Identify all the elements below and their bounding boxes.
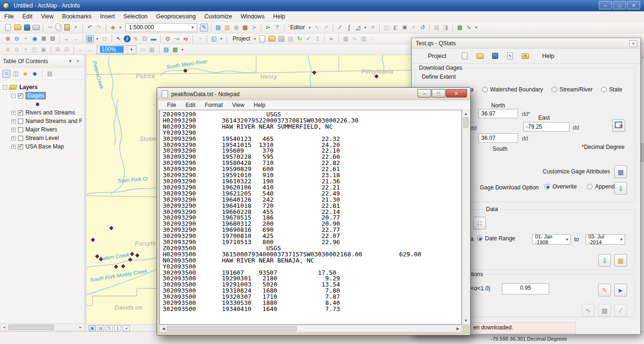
measure-icon[interactable]: ▬ xyxy=(150,35,158,43)
run-analysis-button[interactable]: ► xyxy=(614,284,627,296)
layer-label[interactable]: Named Streams and F xyxy=(25,118,83,124)
scroll-down-icon[interactable]: ▼ xyxy=(462,319,469,323)
project-refresh-icon[interactable]: ↻ xyxy=(295,35,303,43)
rotate-icon[interactable]: ↺ xyxy=(418,24,427,32)
notepad-maximize-button[interactable]: □ xyxy=(432,89,445,98)
qstats-close-icon[interactable]: × xyxy=(629,40,637,47)
split-icon[interactable]: × xyxy=(410,24,418,32)
project-new-icon[interactable] xyxy=(259,35,265,42)
project-menu[interactable]: Project xyxy=(233,35,250,42)
cut-polygons-icon[interactable]: ⊕ xyxy=(401,24,409,32)
tree-expander[interactable]: + xyxy=(11,136,16,140)
notepad-close-button[interactable]: ✕ xyxy=(446,89,467,98)
draw-extent-button[interactable]: + xyxy=(612,119,625,132)
menu-file[interactable]: File xyxy=(0,13,18,20)
toc-item-usa-base-map[interactable]: + USA Base Map xyxy=(0,142,84,151)
model-builder-icon[interactable]: ⊳ xyxy=(264,24,272,32)
tree-expander[interactable]: + xyxy=(11,111,16,115)
qstats-title-bar[interactable]: Test.qs - QStats xyxy=(412,38,640,49)
toc-item-major-rivers[interactable]: + Major Rivers xyxy=(0,125,84,134)
maximize-button[interactable]: □ xyxy=(613,1,626,9)
notepad-menu-edit[interactable]: Edit xyxy=(181,102,200,108)
edit-vertices-icon[interactable]: ◱ xyxy=(383,24,391,32)
go-to-xy-icon[interactable]: xy xyxy=(182,35,190,43)
select-elements-icon[interactable]: ↖ xyxy=(115,35,123,43)
menu-geoprocessing[interactable]: Geoprocessing xyxy=(152,13,200,20)
qstats-open-project-icon[interactable] xyxy=(477,53,484,59)
tree-expander[interactable]: - xyxy=(11,94,16,98)
search-window-icon[interactable]: ◎ xyxy=(232,24,240,32)
toc-item-stream-level[interactable]: + Stream Level xyxy=(0,134,84,142)
identify-icon[interactable]: i xyxy=(124,35,131,42)
layer-label[interactable]: Stream Level xyxy=(25,135,59,141)
list-by-selection-icon[interactable]: ◆ xyxy=(31,70,39,78)
add-data-icon[interactable]: ◆ xyxy=(109,24,117,32)
arctoolbox-icon[interactable]: ▦ xyxy=(241,24,249,32)
notepad-menu-format[interactable]: Format xyxy=(200,102,227,108)
cut-icon[interactable]: ✂ xyxy=(46,24,54,32)
menu-selection[interactable]: Selection xyxy=(119,13,151,20)
plot-data-button[interactable]: ▦ xyxy=(614,254,627,267)
back-extent-icon[interactable]: ← xyxy=(63,35,71,43)
attributes-icon[interactable]: ▤ xyxy=(433,24,441,32)
layer-label[interactable]: Layers xyxy=(19,84,38,90)
frequency-curve-button[interactable]: ∿ xyxy=(582,304,594,317)
qstats-save-project-icon[interactable] xyxy=(492,53,498,59)
menu-customize[interactable]: Customize xyxy=(200,13,236,20)
map-vertical-scrollbar[interactable]: ▴ xyxy=(640,55,644,331)
sketch-properties-icon[interactable]: ◨ xyxy=(442,24,450,32)
project-table-icon[interactable]: ▦ xyxy=(342,35,350,43)
tree-expander[interactable]: + xyxy=(11,128,16,132)
output-plot-button[interactable]: ∕ xyxy=(614,304,627,317)
project-open-icon[interactable] xyxy=(268,36,276,41)
project-run-icon[interactable]: ► xyxy=(327,35,335,43)
toggle-draft-mode-icon[interactable]: ▭ xyxy=(139,46,147,54)
radio-circle-icon[interactable] xyxy=(601,87,607,92)
toc-pin-icon[interactable]: ▾ xyxy=(67,57,74,65)
layer-checkbox[interactable] xyxy=(18,144,23,149)
report-button[interactable]: ✎ xyxy=(598,284,611,296)
tools-overflow-icon[interactable]: ▾ xyxy=(219,35,224,43)
radio-append[interactable]: Append xyxy=(587,183,614,190)
editor-dropdown-icon[interactable]: ▾ xyxy=(307,24,312,32)
menu-view[interactable]: View xyxy=(37,13,58,20)
editor-topology-pointer-icon[interactable]: ↗ xyxy=(322,24,330,32)
zoom-100-icon[interactable]: ▣ xyxy=(40,46,48,54)
gage-download-option-button[interactable]: ⇩ xyxy=(614,182,627,195)
layout-view-icon[interactable]: ▤ xyxy=(97,325,104,331)
notepad-menu-help[interactable]: Help xyxy=(249,102,270,108)
viewer-window-icon[interactable]: ◱ xyxy=(210,35,218,43)
arcgis-online-icon[interactable]: ∿ xyxy=(465,24,473,32)
hyperlink-icon[interactable]: ↯ xyxy=(132,35,140,43)
back-page-icon[interactable]: ← xyxy=(77,46,85,54)
layer-checkbox[interactable] xyxy=(18,127,23,132)
refresh-view-icon[interactable]: ↻ xyxy=(106,325,113,331)
list-by-drawing-order-icon[interactable]: ≡ xyxy=(2,70,10,78)
pan-icon[interactable]: + xyxy=(22,35,30,43)
time-slider-icon[interactable]: ◔ xyxy=(196,35,204,43)
list-by-visibility-icon[interactable]: ◈ xyxy=(21,70,29,78)
point-tool-icon[interactable]: ✳ xyxy=(368,24,376,32)
close-button[interactable]: × xyxy=(627,1,640,9)
python-window-icon[interactable]: ≻ xyxy=(250,24,258,32)
copy-icon[interactable] xyxy=(56,24,60,30)
layer-label[interactable]: Rivers and Streams xyxy=(25,109,75,116)
download-data-button[interactable]: ⇩ xyxy=(598,254,611,267)
alpha-input[interactable]: 0.95 xyxy=(502,283,549,295)
delete-icon[interactable]: × xyxy=(72,24,80,32)
layer-checkbox[interactable] xyxy=(18,136,23,141)
basemap-icon[interactable]: ▩ xyxy=(456,24,464,32)
notepad-menu-file[interactable]: File xyxy=(162,102,181,108)
forward-page-icon[interactable]: → xyxy=(86,46,94,54)
whats-this-icon[interactable]: ? xyxy=(273,24,281,32)
tree-expander[interactable]: + xyxy=(11,119,16,123)
layer-label[interactable]: Major Rivers xyxy=(25,126,57,133)
scroll-up-icon[interactable]: ▲ xyxy=(462,110,469,116)
straight-segment-icon[interactable]: ∕ xyxy=(336,24,344,32)
customize-gage-attributes-button[interactable]: ▦ xyxy=(614,165,627,178)
full-extent-icon[interactable]: ◉ xyxy=(31,35,39,43)
scroll-thumb[interactable] xyxy=(8,325,54,330)
trace-dropdown-icon[interactable]: ▾ xyxy=(363,24,368,32)
data-view-icon[interactable]: ▣ xyxy=(89,325,96,331)
menu-insert[interactable]: Insert xyxy=(96,13,119,20)
